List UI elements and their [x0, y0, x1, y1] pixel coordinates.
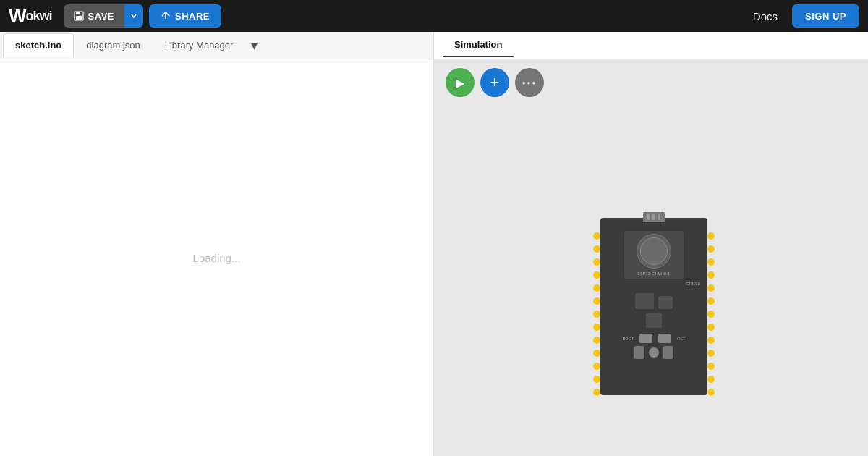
pin-right-7	[707, 311, 715, 318]
signup-button[interactable]: SIGN UP	[792, 4, 859, 28]
pin-left-11	[593, 363, 600, 370]
simulation-controls: ▶ + ●●●	[434, 59, 868, 106]
usb-pin-1	[647, 214, 650, 220]
chip-inner	[640, 237, 668, 265]
pin-left-8	[593, 324, 600, 331]
pins-right	[707, 232, 715, 396]
navbar: W okwi SAVE SHARE Docs SIGN UP	[0, 0, 868, 32]
pin-left-1	[593, 232, 600, 240]
pin-right-10	[707, 350, 715, 357]
editor-area: Loading...	[0, 59, 433, 456]
usb-pin-3	[658, 214, 660, 220]
pin-right-6	[707, 297, 715, 305]
chevron-down-icon	[130, 12, 137, 20]
pin-right-9	[707, 337, 715, 344]
pin-left-7	[593, 311, 600, 318]
docs-link[interactable]: Docs	[753, 10, 778, 22]
tab-sketch[interactable]: sketch.ino	[3, 33, 74, 57]
usb-connector	[643, 212, 665, 222]
connector-left	[634, 346, 644, 359]
pin-left-9	[593, 337, 600, 344]
save-label: SAVE	[88, 11, 114, 22]
pin-right-1	[707, 232, 715, 240]
pin-right-2	[707, 245, 715, 253]
pin-left-13	[593, 389, 600, 396]
pin-left-10	[593, 350, 600, 357]
add-icon: +	[490, 73, 500, 92]
bottom-connectors	[634, 346, 673, 359]
tab-diagram[interactable]: diagram.json	[74, 33, 152, 57]
wifi-module: ESP32-C3-MINI-1	[624, 231, 684, 279]
logo-w: W	[9, 5, 26, 28]
usb-pin-2	[652, 214, 655, 220]
share-button[interactable]: SHARE	[149, 4, 221, 28]
play-button[interactable]: ▶	[446, 68, 475, 97]
usb-port-left	[639, 334, 652, 343]
usb-port-right	[658, 334, 671, 343]
gpio-label: GPIO 8	[686, 282, 700, 286]
pin-right-4	[707, 271, 715, 279]
tab-library-manager[interactable]: Library Manager	[153, 33, 246, 57]
loading-text: Loading...	[193, 252, 241, 264]
pin-right-3	[707, 258, 715, 266]
logo: W okwi	[9, 5, 52, 28]
pin-right-8	[707, 324, 715, 331]
more-options-button[interactable]: ●●●	[515, 68, 544, 97]
pin-right-5	[707, 284, 715, 292]
tab-bar: sketch.ino diagram.json Library Manager …	[0, 32, 433, 59]
boot-label: BOOT	[623, 337, 634, 341]
pin-left-5	[593, 284, 600, 292]
connector-right	[663, 346, 673, 359]
tab-simulation[interactable]: Simulation	[443, 33, 514, 57]
rst-label: RST	[677, 337, 685, 341]
pin-right-13	[707, 389, 715, 396]
simulation-canvas: ESP32-C3-MINI-1 GPIO 8 BOOT	[434, 106, 868, 456]
pin-right-11	[707, 363, 715, 370]
right-panel: Simulation ▶ + ●●●	[434, 32, 868, 456]
main-container: sketch.ino diagram.json Library Manager …	[0, 32, 868, 456]
esp32-board-container: ESP32-C3-MINI-1 GPIO 8 BOOT	[600, 218, 707, 395]
tab-more-button[interactable]: ▾	[245, 35, 263, 56]
share-label: SHARE	[175, 11, 210, 22]
boot-rst-row: BOOT RST	[600, 334, 707, 343]
add-component-button[interactable]: +	[480, 68, 509, 97]
share-icon	[161, 11, 171, 21]
pin-left-3	[593, 258, 600, 266]
simulation-header: Simulation	[434, 32, 868, 59]
pin-left-4	[593, 271, 600, 279]
pin-left-6	[593, 297, 600, 305]
more-icon: ●●●	[522, 80, 537, 86]
chip-circle	[637, 234, 671, 269]
logo-rest: okwi	[26, 9, 52, 24]
connector-circle	[649, 347, 659, 358]
pin-right-12	[707, 376, 715, 383]
chip-component-2	[658, 296, 673, 309]
save-button[interactable]: SAVE	[64, 4, 124, 28]
svg-rect-2	[76, 16, 82, 20]
save-dropdown-button[interactable]	[124, 4, 143, 28]
save-icon	[74, 11, 84, 21]
play-icon: ▶	[456, 76, 464, 90]
svg-rect-1	[76, 12, 80, 14]
pins-left	[593, 232, 600, 396]
small-chip	[646, 313, 662, 328]
module-name-label: ESP32-C3-MINI-1	[638, 271, 671, 276]
save-btn-group: SAVE	[64, 4, 143, 28]
pin-left-2	[593, 245, 600, 253]
pin-left-12	[593, 376, 600, 383]
left-panel: sketch.ino diagram.json Library Manager …	[0, 32, 434, 456]
esp32-board[interactable]: ESP32-C3-MINI-1 GPIO 8 BOOT	[600, 218, 707, 395]
bottom-components	[635, 293, 673, 309]
chip-component-1	[635, 293, 654, 309]
